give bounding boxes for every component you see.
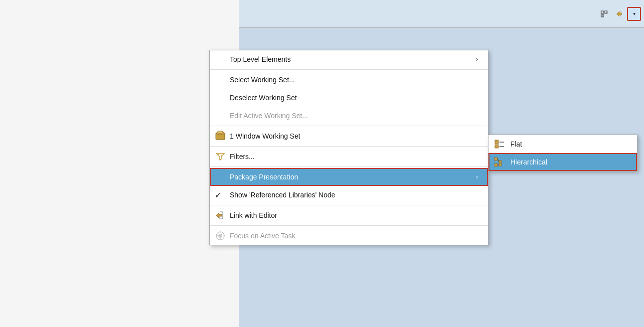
svg-rect-21 [495,140,498,144]
view-menu-button[interactable]: ▾ [627,7,641,21]
svg-rect-22 [495,145,498,148]
menu-item-top-level-elements[interactable]: Top Level Elements › [210,50,488,68]
separator-6 [210,225,488,226]
menu-item-edit-active-working-set: Edit Active Working Set... [210,107,488,125]
svg-rect-25 [494,158,497,161]
package-presentation-submenu: Flat Hierarchical [488,135,638,171]
svg-point-16 [218,234,222,238]
collapse-all-button[interactable] [597,7,611,21]
link-editor-icon [615,10,623,18]
package-explorer-panel [0,0,239,327]
separator-2 [210,126,488,126]
checkmark-referenced-libraries: ✓ [215,190,221,200]
menu-item-deselect-working-set[interactable]: Deselect Working Set [210,89,488,107]
focus-active-task-icon [215,230,226,241]
svg-line-29 [497,159,499,162]
context-menu: Top Level Elements › Select Working Set.… [209,50,488,245]
menu-item-select-working-set[interactable]: Select Working Set... [210,71,488,89]
menu-item-window-working-set[interactable]: 1 Window Working Set [210,127,488,145]
separator-5 [210,205,488,205]
link-editor-button[interactable] [612,7,626,21]
menu-item-link-with-editor[interactable]: Link with Editor [210,206,488,224]
submenu-item-hierarchical[interactable]: Hierarchical [488,153,637,171]
svg-rect-12 [218,131,223,133]
svg-rect-27 [499,161,501,163]
window-working-set-icon [215,131,226,142]
toolbar-controls: ▾ [597,7,641,21]
svg-rect-28 [499,164,501,166]
menu-item-filters[interactable]: Filters... [210,148,488,165]
menu-item-package-presentation[interactable]: Package Presentation › [210,168,488,186]
svg-rect-26 [494,164,497,166]
submenu-arrow-presentation: › [476,173,478,180]
svg-rect-4 [601,11,604,13]
submenu-item-flat[interactable]: Flat [488,135,637,153]
separator-1 [210,69,488,70]
menu-item-show-referenced-libraries[interactable]: ✓ Show 'Referenced Libraries' Node [210,186,488,204]
separator-4 [210,166,488,167]
separator-3 [210,146,488,147]
link-with-editor-icon [215,210,226,221]
flat-icon [493,138,505,150]
menu-item-focus-on-active-task: Focus on Active Task [210,227,488,245]
dropdown-arrow-icon: ▾ [633,11,636,16]
hierarchical-icon [493,156,505,168]
submenu-arrow-top-level: › [476,56,478,63]
filters-icon [215,151,226,162]
collapse-icon [600,10,608,18]
